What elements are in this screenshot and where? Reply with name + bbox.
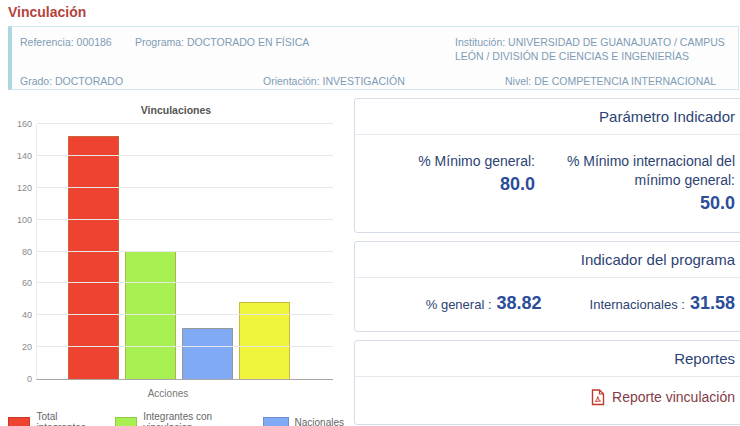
reporte-vinculacion-link[interactable]: Reporte vinculación bbox=[591, 389, 735, 406]
legend-label: Nacionales bbox=[295, 417, 344, 426]
referencia-field: Referencia: 000186 bbox=[20, 35, 135, 63]
general-label: % general : bbox=[426, 297, 492, 312]
y-tick-label: 100 bbox=[9, 215, 32, 225]
chart-title: Vinculaciones bbox=[141, 104, 211, 116]
legend-item-total-integrantes[interactable]: Total integrantes bbox=[8, 411, 99, 426]
institucion-field: Institución: UNIVERSIDAD DE GUANAJUATO /… bbox=[455, 35, 730, 63]
grado-field: Grado: DOCTORADO bbox=[20, 74, 263, 88]
minimo-internacional-label: % Mínimo internacional del mínimo genera… bbox=[535, 152, 735, 190]
nivel-field: Nivel: DE COMPETENCIA INTERNACIONAL bbox=[505, 74, 730, 88]
chart-plot-area: 020406080100120140160 bbox=[36, 124, 333, 380]
legend-item-nacionales[interactable]: Nacionales bbox=[263, 411, 344, 426]
gridline bbox=[37, 346, 333, 347]
gridline bbox=[37, 123, 333, 124]
chart-legend: Total integrantes Integrantes con vincul… bbox=[8, 411, 344, 426]
minimo-internacional-block: % Mínimo internacional del mínimo genera… bbox=[535, 152, 735, 214]
program-info-row-1: Referencia: 000186 Programa: DOCTORADO E… bbox=[12, 27, 738, 63]
legend-swatch-green bbox=[115, 417, 137, 426]
minimo-general-label: % Mínimo general: bbox=[365, 152, 535, 171]
pdf-file-icon bbox=[591, 389, 605, 406]
internacionales-value: 31.58 bbox=[690, 293, 735, 314]
program-info-panel: Referencia: 000186 Programa: DOCTORADO E… bbox=[8, 26, 739, 90]
gridline bbox=[37, 282, 333, 283]
y-tick-label: 40 bbox=[9, 310, 32, 320]
y-tick-label: 140 bbox=[9, 151, 32, 161]
indicator-panels: Parámetro Indicador % Mínimo general: 80… bbox=[354, 98, 740, 426]
gridline bbox=[37, 219, 333, 220]
legend-label: Integrantes con vinculacion bbox=[143, 411, 246, 426]
y-tick-label: 120 bbox=[9, 183, 32, 193]
parametro-indicador-title: Parámetro Indicador bbox=[355, 99, 740, 135]
orientacion-field: Orientación: INVESTIGACIÓN bbox=[263, 74, 505, 88]
chart-bars bbox=[68, 136, 290, 379]
minimo-internacional-value: 50.0 bbox=[535, 193, 735, 214]
page-title: Vinculación bbox=[0, 0, 740, 20]
main-content: Vinculaciones 020406080100120140160 Acci… bbox=[0, 90, 740, 426]
legend-label: Total integrantes bbox=[36, 411, 98, 426]
chart-bar-2 bbox=[182, 328, 233, 379]
gridline bbox=[37, 251, 333, 252]
reportes-panel: Reportes Reporte vinculación bbox=[354, 340, 740, 425]
gridline bbox=[37, 187, 333, 188]
minimo-general-block: % Mínimo general: 80.0 bbox=[365, 152, 535, 214]
y-tick-label: 160 bbox=[9, 119, 32, 129]
gridline bbox=[37, 314, 333, 315]
indicador-programa-title: Indicador del programa bbox=[355, 242, 740, 278]
vinculaciones-chart: Vinculaciones 020406080100120140160 Acci… bbox=[8, 98, 344, 426]
y-tick-label: 0 bbox=[9, 374, 32, 384]
y-tick-label: 20 bbox=[9, 342, 32, 352]
legend-swatch-blue bbox=[263, 417, 289, 426]
program-info-row-2: Grado: DOCTORADO Orientación: INVESTIGAC… bbox=[12, 74, 738, 88]
y-tick-label: 80 bbox=[9, 247, 32, 257]
reporte-vinculacion-label: Reporte vinculación bbox=[612, 389, 735, 405]
y-tick-label: 60 bbox=[9, 278, 32, 288]
reportes-title: Reportes bbox=[355, 341, 740, 377]
parametro-indicador-panel: Parámetro Indicador % Mínimo general: 80… bbox=[354, 98, 740, 233]
legend-swatch-red bbox=[8, 417, 30, 426]
chart-bar-0 bbox=[68, 136, 119, 379]
legend-item-integrantes-con-vinculacion[interactable]: Integrantes con vinculacion bbox=[115, 411, 247, 426]
minimo-general-value: 80.0 bbox=[365, 174, 535, 195]
programa-field: Programa: DOCTORADO EN FÍSICA bbox=[135, 35, 455, 63]
general-value: 38.82 bbox=[497, 293, 542, 314]
internacionales-label: Internacionales : bbox=[590, 297, 685, 312]
indicador-programa-panel: Indicador del programa % general : 38.82… bbox=[354, 241, 740, 332]
gridline bbox=[37, 155, 333, 156]
chart-x-axis-label: Acciones bbox=[148, 388, 189, 399]
